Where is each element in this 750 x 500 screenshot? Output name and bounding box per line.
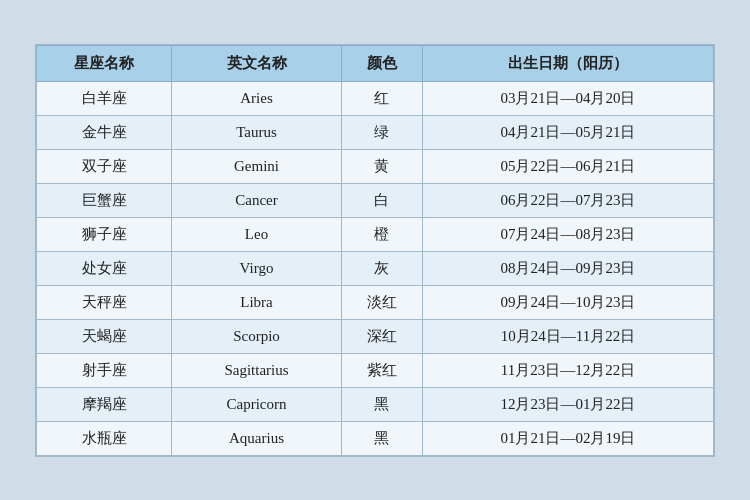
cell-date: 04月21日—05月21日 xyxy=(422,115,713,149)
cell-color: 淡红 xyxy=(341,285,422,319)
cell-color: 橙 xyxy=(341,217,422,251)
cell-english: Cancer xyxy=(172,183,341,217)
header-chinese: 星座名称 xyxy=(37,45,172,81)
table-row: 摩羯座Capricorn黑12月23日—01月22日 xyxy=(37,387,714,421)
table-row: 天秤座Libra淡红09月24日—10月23日 xyxy=(37,285,714,319)
cell-english: Capricorn xyxy=(172,387,341,421)
table-row: 双子座Gemini黄05月22日—06月21日 xyxy=(37,149,714,183)
table-header-row: 星座名称 英文名称 颜色 出生日期（阳历） xyxy=(37,45,714,81)
cell-color: 黄 xyxy=(341,149,422,183)
table-row: 金牛座Taurus绿04月21日—05月21日 xyxy=(37,115,714,149)
cell-date: 06月22日—07月23日 xyxy=(422,183,713,217)
cell-color: 灰 xyxy=(341,251,422,285)
cell-chinese: 射手座 xyxy=(37,353,172,387)
cell-color: 黑 xyxy=(341,421,422,455)
cell-chinese: 狮子座 xyxy=(37,217,172,251)
cell-chinese: 天秤座 xyxy=(37,285,172,319)
header-date: 出生日期（阳历） xyxy=(422,45,713,81)
table-row: 处女座Virgo灰08月24日—09月23日 xyxy=(37,251,714,285)
cell-chinese: 天蝎座 xyxy=(37,319,172,353)
header-english: 英文名称 xyxy=(172,45,341,81)
cell-date: 07月24日—08月23日 xyxy=(422,217,713,251)
cell-english: Virgo xyxy=(172,251,341,285)
cell-english: Leo xyxy=(172,217,341,251)
cell-date: 11月23日—12月22日 xyxy=(422,353,713,387)
cell-chinese: 双子座 xyxy=(37,149,172,183)
cell-color: 深红 xyxy=(341,319,422,353)
cell-date: 12月23日—01月22日 xyxy=(422,387,713,421)
cell-chinese: 摩羯座 xyxy=(37,387,172,421)
cell-english: Scorpio xyxy=(172,319,341,353)
cell-color: 黑 xyxy=(341,387,422,421)
table-row: 狮子座Leo橙07月24日—08月23日 xyxy=(37,217,714,251)
cell-english: Sagittarius xyxy=(172,353,341,387)
zodiac-table: 星座名称 英文名称 颜色 出生日期（阳历） 白羊座Aries红03月21日—04… xyxy=(36,45,714,456)
cell-english: Taurus xyxy=(172,115,341,149)
table-row: 天蝎座Scorpio深红10月24日—11月22日 xyxy=(37,319,714,353)
zodiac-table-container: 星座名称 英文名称 颜色 出生日期（阳历） 白羊座Aries红03月21日—04… xyxy=(35,44,715,457)
cell-color: 红 xyxy=(341,81,422,115)
cell-chinese: 处女座 xyxy=(37,251,172,285)
table-row: 射手座Sagittarius紫红11月23日—12月22日 xyxy=(37,353,714,387)
cell-date: 05月22日—06月21日 xyxy=(422,149,713,183)
cell-date: 09月24日—10月23日 xyxy=(422,285,713,319)
cell-chinese: 金牛座 xyxy=(37,115,172,149)
cell-color: 绿 xyxy=(341,115,422,149)
cell-english: Libra xyxy=(172,285,341,319)
table-row: 巨蟹座Cancer白06月22日—07月23日 xyxy=(37,183,714,217)
cell-chinese: 巨蟹座 xyxy=(37,183,172,217)
cell-date: 01月21日—02月19日 xyxy=(422,421,713,455)
cell-english: Aquarius xyxy=(172,421,341,455)
cell-color: 紫红 xyxy=(341,353,422,387)
cell-english: Gemini xyxy=(172,149,341,183)
header-color: 颜色 xyxy=(341,45,422,81)
cell-color: 白 xyxy=(341,183,422,217)
table-row: 白羊座Aries红03月21日—04月20日 xyxy=(37,81,714,115)
table-row: 水瓶座Aquarius黑01月21日—02月19日 xyxy=(37,421,714,455)
table-body: 白羊座Aries红03月21日—04月20日金牛座Taurus绿04月21日—0… xyxy=(37,81,714,455)
cell-date: 08月24日—09月23日 xyxy=(422,251,713,285)
cell-chinese: 水瓶座 xyxy=(37,421,172,455)
cell-chinese: 白羊座 xyxy=(37,81,172,115)
cell-date: 03月21日—04月20日 xyxy=(422,81,713,115)
cell-date: 10月24日—11月22日 xyxy=(422,319,713,353)
cell-english: Aries xyxy=(172,81,341,115)
